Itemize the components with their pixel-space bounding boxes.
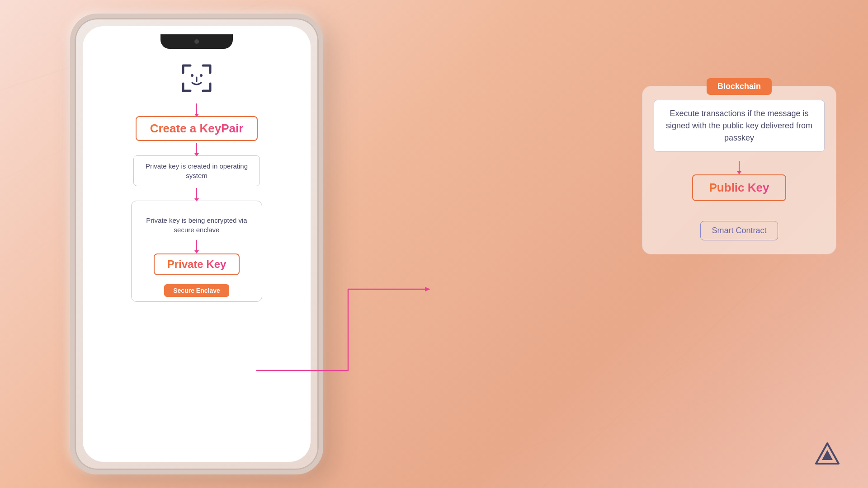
phone-notch — [160, 34, 233, 49]
phone-btn-silent — [70, 86, 72, 108]
keypair-box: Create a KeyPair — [136, 116, 258, 141]
public-key-label: Public Key — [709, 181, 769, 194]
screen-content: Create a KeyPair Private key is created … — [96, 35, 297, 448]
svg-point-7 — [191, 74, 193, 77]
encrypted-text-box: Private key is being encrypted via secur… — [141, 212, 253, 238]
arrow-created-to-enclave — [196, 188, 197, 199]
private-key-box: Private Key — [154, 253, 240, 275]
phone-body: Create a KeyPair Private key is created … — [70, 14, 323, 474]
phone: Create a KeyPair Private key is created … — [70, 14, 323, 474]
notch-camera — [194, 39, 199, 44]
arrow-keypair-to-created — [196, 143, 197, 154]
arrow-info-to-public-key — [739, 161, 740, 172]
svg-point-8 — [200, 74, 203, 77]
keypair-label: Create a KeyPair — [150, 122, 244, 135]
blockchain-info-text: Execute transactions if the message is s… — [666, 109, 812, 142]
smart-contract-box: Smart Contract — [700, 221, 778, 240]
private-key-created-box: Private key is created in operating syst… — [133, 155, 260, 186]
private-key-label: Private Key — [167, 258, 226, 270]
phone-btn-vol-up — [70, 117, 72, 154]
alchemy-logo — [814, 441, 841, 468]
blockchain-panel: Blockchain Execute transactions if the m… — [642, 86, 836, 254]
arrow-faceid-to-keypair — [196, 103, 197, 114]
encrypted-text: Private key is being encrypted via secur… — [146, 216, 247, 234]
blockchain-info-box: Execute transactions if the message is s… — [654, 100, 825, 152]
public-key-box: Public Key — [692, 174, 787, 201]
face-id-icon — [179, 60, 215, 96]
phone-screen: Create a KeyPair Private key is created … — [83, 26, 311, 462]
phone-btn-power — [321, 117, 323, 172]
svg-line-5 — [362, 361, 868, 488]
secure-enclave-badge: Secure Enclave — [164, 284, 229, 297]
arrow-encrypted-to-private-key — [196, 240, 197, 251]
smart-contract-label: Smart Contract — [712, 226, 766, 235]
secure-enclave-group: Private key is being encrypted via secur… — [131, 201, 262, 302]
svg-line-4 — [452, 271, 868, 488]
logo-container — [814, 441, 841, 470]
blockchain-badge: Blockchain — [707, 78, 772, 95]
blockchain-content: Execute transactions if the message is s… — [654, 100, 825, 240]
private-key-created-text: Private key is created in operating syst… — [146, 162, 248, 179]
phone-btn-vol-down — [70, 163, 72, 199]
